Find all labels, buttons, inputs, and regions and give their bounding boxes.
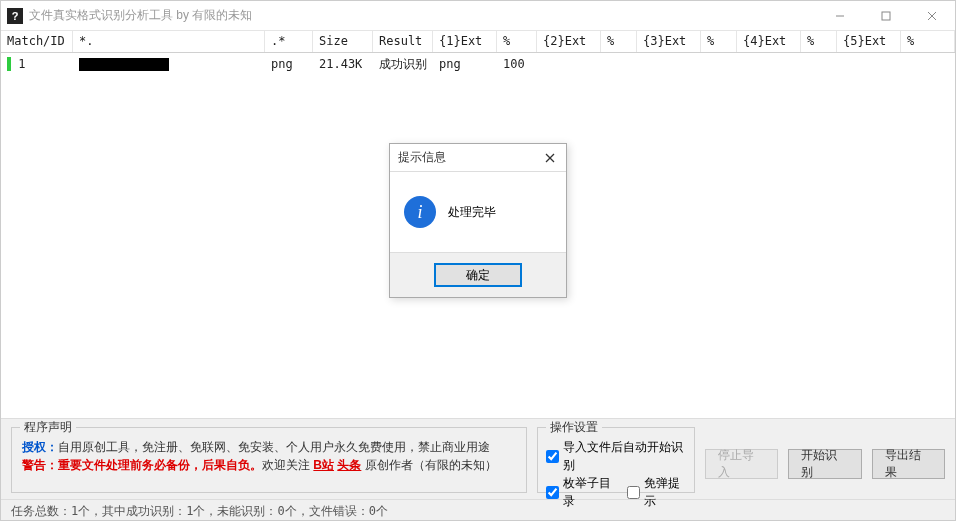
col-pct4[interactable]: %	[801, 31, 837, 52]
dialog-ok-button[interactable]: 确定	[434, 263, 522, 287]
cell-ext5	[837, 62, 901, 66]
cell-ext4	[737, 62, 801, 66]
info-icon: i	[404, 196, 436, 228]
dialog-body: i 处理完毕	[390, 172, 566, 252]
table-row[interactable]: 1 png 21.43K 成功识别 png 100	[1, 53, 955, 75]
enum-subdir-checkbox[interactable]	[546, 486, 559, 499]
col-ext5[interactable]: {5}Ext	[837, 31, 901, 52]
program-declaration-legend: 程序声明	[20, 419, 76, 436]
col-filename[interactable]: *.	[73, 31, 265, 52]
minimize-button[interactable]	[817, 1, 863, 30]
cell-size: 21.43K	[313, 55, 373, 73]
table-header: Match/ID *. .* Size Result {1}Ext % {2}E…	[1, 31, 955, 53]
toutiao-link[interactable]: 头条	[337, 458, 361, 472]
col-ext4[interactable]: {4}Ext	[737, 31, 801, 52]
col-result[interactable]: Result	[373, 31, 433, 52]
stop-import-button: 停止导入	[705, 449, 778, 479]
auth-line: 授权：自用原创工具，免注册、免联网、免安装、个人用户永久免费使用，禁止商业用途	[22, 438, 516, 456]
col-pct3[interactable]: %	[701, 31, 737, 52]
enum-subdir-label: 枚举子目录	[563, 474, 616, 510]
col-ext1[interactable]: {1}Ext	[433, 31, 497, 52]
dialog-titlebar: 提示信息	[390, 144, 566, 172]
cell-result: 成功识别	[373, 54, 433, 75]
auto-recognize-checkbox[interactable]	[546, 450, 559, 463]
col-size[interactable]: Size	[313, 31, 373, 52]
status-indicator-icon	[7, 57, 11, 71]
cell-ext2	[537, 62, 601, 66]
operation-settings-legend: 操作设置	[546, 419, 602, 436]
dialog-close-button[interactable]	[540, 148, 560, 168]
start-recognize-button[interactable]: 开始识别	[788, 449, 861, 479]
auto-recognize-label: 导入文件后自动开始识别	[563, 438, 686, 474]
col-match-id[interactable]: Match/ID	[1, 31, 73, 52]
cell-ext1: png	[433, 55, 497, 73]
cell-ext3	[637, 62, 701, 66]
dialog-message: 处理完毕	[448, 204, 496, 221]
info-dialog: 提示信息 i 处理完毕 确定	[389, 143, 567, 298]
window-title: 文件真实格式识别分析工具 by 有限的未知	[29, 7, 252, 24]
cell-pct3	[701, 62, 737, 66]
cell-origext: png	[265, 55, 313, 73]
bottom-panel: 程序声明 授权：自用原创工具，免注册、免联网、免安装、个人用户永久免费使用，禁止…	[1, 419, 955, 499]
program-declaration-group: 程序声明 授权：自用原创工具，免注册、免联网、免安装、个人用户永久免费使用，禁止…	[11, 427, 527, 493]
cell-match-id: 1	[1, 55, 73, 74]
operation-settings-group: 操作设置 导入文件后自动开始识别 枚举子目录 免弹提示	[537, 427, 695, 493]
col-origext[interactable]: .*	[265, 31, 313, 52]
close-button[interactable]	[909, 1, 955, 30]
status-bar: 任务总数：1个，其中成功识别：1个，未能识别：0个，文件错误：0个	[1, 499, 955, 521]
action-buttons: 停止导入 开始识别 导出结果	[705, 427, 945, 493]
col-ext3[interactable]: {3}Ext	[637, 31, 701, 52]
no-popup-checkbox[interactable]	[627, 486, 640, 499]
cell-pct4	[801, 62, 837, 66]
dialog-title: 提示信息	[398, 149, 446, 166]
redacted-filename	[79, 58, 169, 71]
col-pct1[interactable]: %	[497, 31, 537, 52]
maximize-button[interactable]	[863, 1, 909, 30]
cell-pct1: 100	[497, 55, 537, 73]
col-pct2[interactable]: %	[601, 31, 637, 52]
col-pct5[interactable]: %	[901, 31, 955, 52]
cell-filename	[73, 55, 265, 73]
cell-pct5	[901, 62, 955, 66]
app-icon: ?	[7, 8, 23, 24]
warning-line: 警告：重要文件处理前务必备份，后果自负。欢迎关注 B站 头条 原创作者（有限的未…	[22, 456, 516, 474]
col-ext2[interactable]: {2}Ext	[537, 31, 601, 52]
export-result-button[interactable]: 导出结果	[872, 449, 945, 479]
svg-rect-1	[882, 12, 890, 20]
dialog-footer: 确定	[390, 252, 566, 297]
no-popup-label: 免弹提示	[644, 474, 686, 510]
window-controls	[817, 1, 955, 30]
cell-pct2	[601, 62, 637, 66]
titlebar: ? 文件真实格式识别分析工具 by 有限的未知	[1, 1, 955, 31]
bilibili-link[interactable]: B站	[313, 458, 334, 472]
